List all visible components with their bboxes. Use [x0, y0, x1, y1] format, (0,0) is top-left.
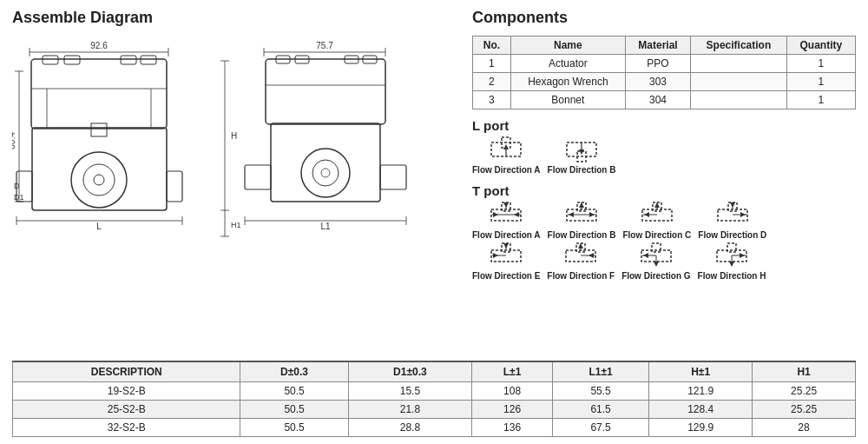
components-table: No. Name Material Specification Quantity…	[472, 36, 856, 109]
l-port-item-a: Flow Direction A	[472, 136, 541, 175]
t-flow-a-label: Flow Direction A	[472, 230, 541, 240]
svg-marker-70	[503, 202, 509, 208]
svg-rect-19	[121, 56, 136, 64]
svg-marker-106	[643, 253, 648, 258]
t-flow-c-icon	[641, 201, 674, 230]
l-port-item-b: Flow Direction B	[548, 136, 616, 175]
l-port-row: Flow Direction A Flow Direction	[472, 136, 856, 175]
col-no: No.	[473, 36, 511, 55]
components-heading: Components	[472, 9, 856, 27]
svg-marker-63	[579, 149, 584, 155]
svg-point-49	[321, 169, 330, 177]
page: Assemble Diagram 92.6 75.7	[0, 0, 868, 444]
svg-rect-18	[64, 56, 80, 64]
t-port-item-c: Flow Direction C	[622, 201, 691, 240]
svg-marker-101	[578, 243, 583, 249]
svg-text:75.7: 75.7	[316, 41, 333, 50]
specs-table: DESCRIPTIOND±0.3D1±0.3L±1L1±1H±1H1 19-S2…	[12, 362, 856, 437]
t-flow-g-icon	[640, 242, 673, 271]
t-port-item-d: Flow Direction D	[698, 201, 766, 240]
svg-marker-69	[514, 212, 519, 217]
right-panel: Components No. Name Material Specificati…	[472, 9, 856, 355]
t-flow-f-icon	[564, 242, 597, 271]
col-material: Material	[625, 36, 690, 55]
t-port-item-a: Flow Direction A	[472, 201, 541, 240]
t-flow-b-icon	[565, 201, 598, 230]
t-flow-a-icon	[490, 201, 523, 230]
svg-rect-25	[167, 171, 182, 202]
svg-marker-82	[644, 212, 649, 217]
svg-rect-16	[31, 59, 167, 129]
svg-rect-40	[266, 59, 385, 124]
svg-marker-107	[654, 262, 659, 267]
svg-rect-30	[91, 123, 107, 136]
svg-point-47	[301, 149, 350, 197]
t-flow-e-icon	[490, 242, 523, 271]
l-flow-a-icon	[490, 136, 523, 165]
svg-marker-94	[493, 253, 498, 258]
t-port-item-b: Flow Direction B	[548, 201, 616, 240]
svg-marker-76	[589, 212, 595, 217]
t-flow-d-label: Flow Direction D	[698, 230, 766, 240]
svg-text:L1: L1	[320, 222, 331, 231]
col-spec: Specification	[691, 36, 787, 55]
svg-text:H1: H1	[231, 221, 241, 229]
t-port-item-e: Flow Direction E	[472, 242, 540, 281]
left-panel: Assemble Diagram 92.6 75.7	[12, 9, 464, 355]
svg-marker-95	[503, 243, 509, 249]
col-name: Name	[510, 36, 625, 55]
t-port-row-2: Flow Direction E	[472, 242, 856, 281]
svg-marker-75	[569, 212, 574, 217]
svg-rect-26	[32, 128, 167, 210]
t-port-item-h: Flow Direction H	[698, 242, 766, 281]
specs-table-row: 19-S2-B50.515.510855.5121.925.25	[13, 382, 856, 401]
comp-table-row: 1ActuatorPPO1	[473, 55, 856, 73]
t-flow-b-label: Flow Direction B	[548, 230, 616, 240]
svg-marker-89	[730, 202, 735, 208]
t-port-row-1: Flow Direction A	[472, 201, 856, 240]
col-qty: Quantity	[786, 36, 855, 55]
svg-marker-113	[729, 262, 734, 267]
svg-marker-83	[654, 202, 660, 208]
diagram-area: 92.6 75.7 80.4 H	[12, 32, 464, 328]
t-flow-h-icon	[715, 242, 748, 271]
t-port-title: T port	[472, 183, 856, 198]
svg-text:D1: D1	[14, 193, 24, 202]
l-port-title: L port	[472, 118, 856, 133]
t-flow-e-label: Flow Direction E	[472, 271, 540, 281]
comp-table-row: 2Hexagon Wrench3031	[473, 73, 856, 91]
svg-rect-46	[271, 123, 380, 202]
svg-text:D: D	[14, 182, 20, 190]
l-flow-a-label: Flow Direction A	[472, 165, 541, 175]
svg-text:L: L	[96, 222, 102, 231]
svg-marker-100	[589, 253, 594, 258]
svg-text:92.6: 92.6	[90, 41, 108, 50]
svg-rect-50	[245, 165, 271, 189]
l-port-section: L port Flow Direction A	[472, 118, 856, 175]
l-flow-b-label: Flow Direction B	[548, 165, 616, 175]
svg-marker-59	[503, 144, 509, 149]
svg-rect-17	[43, 56, 58, 64]
svg-rect-51	[380, 165, 406, 189]
t-flow-f-label: Flow Direction F	[547, 271, 615, 281]
comp-table-row: 3Bonnet3041	[473, 91, 856, 109]
t-port-item-f: Flow Direction F	[547, 242, 615, 281]
svg-marker-88	[740, 212, 746, 217]
top-section: Assemble Diagram 92.6 75.7	[12, 9, 856, 355]
l-flow-b-icon	[565, 136, 598, 165]
assembly-diagram-svg: 92.6 75.7 80.4 H	[12, 36, 455, 323]
svg-rect-20	[141, 56, 156, 64]
t-port-rows-wrap: Flow Direction A	[472, 201, 856, 281]
t-port-item-g: Flow Direction G	[621, 242, 690, 281]
svg-text:H: H	[231, 131, 237, 141]
specs-table-row: 25-S2-B50.521.812661.5128.425.25	[13, 401, 856, 419]
svg-point-27	[71, 152, 127, 208]
t-flow-d-icon	[716, 201, 749, 230]
specs-table-row: 32-S2-B50.528.813667.5129.928	[13, 419, 856, 437]
svg-marker-112	[740, 253, 745, 258]
svg-text:80.4: 80.4	[12, 132, 16, 149]
t-flow-g-label: Flow Direction G	[621, 271, 690, 281]
svg-marker-77	[579, 202, 584, 208]
svg-point-29	[94, 175, 104, 185]
t-flow-h-label: Flow Direction H	[698, 271, 766, 281]
